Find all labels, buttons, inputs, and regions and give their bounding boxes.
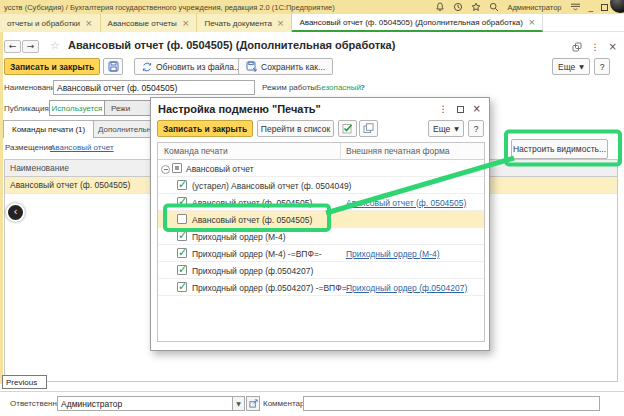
history-clock-icon[interactable] (453, 2, 463, 12)
save-button[interactable] (103, 58, 123, 75)
dialog-corner-icons: ⋮ × (439, 103, 481, 114)
uncheck-all-icon (363, 123, 374, 134)
tab-close-icon[interactable]: × (85, 18, 93, 28)
minimize-icon[interactable]: _ (589, 3, 594, 12)
dialog-row-7[interactable]: Приходный ордер (ф.0504207) -=ВПФ=-Прихо… (158, 279, 484, 296)
search-icon[interactable] (489, 2, 499, 12)
get-link-icon[interactable] (572, 42, 582, 52)
placement-link[interactable]: Авансовый отчет (50, 143, 114, 152)
dialog-save-close-button[interactable]: Записать и закрыть (157, 120, 253, 137)
help-button[interactable]: ? (594, 58, 610, 75)
dropdown-caret-icon: ▼ (454, 125, 459, 132)
notifications-bell-icon[interactable] (435, 2, 445, 12)
nav-forward-button[interactable]: → (22, 40, 39, 53)
window-corner-icons: ⋮ × (572, 41, 617, 52)
titlebar-controls: Администратор _ (435, 0, 608, 14)
row-checkbox[interactable] (172, 163, 182, 173)
dialog-row-5[interactable]: Приходный ордер (М-4) -=ВПФ=-Приходный о… (158, 245, 484, 262)
responsible-dropdown-button[interactable]: ▼ (233, 396, 245, 411)
dialog-row-6[interactable]: Приходный ордер (ф.0504207) (158, 262, 484, 279)
row-checkbox[interactable] (177, 248, 187, 258)
external-form-link[interactable]: Приходный ордер (ф.0504207) (346, 283, 467, 293)
row-checkbox[interactable] (177, 214, 187, 224)
row-checkbox[interactable] (177, 231, 187, 241)
print-command-label: Приходный ордер (ф.0504207) (192, 266, 313, 276)
dialog-more-icon[interactable]: ⋮ (439, 104, 448, 114)
current-user[interactable]: Администратор (507, 3, 561, 12)
dialog-row-2[interactable]: Авансовый отчет (ф. 0504505)Авансовый от… (158, 194, 484, 211)
app-tab-label: Авансовый отчет (ф. 0504505) (Дополнител… (299, 18, 523, 27)
app-tab-0[interactable]: отчеты и обработки× (0, 14, 101, 32)
dialog-help-button[interactable]: ? (468, 120, 484, 137)
print-command-label: Авансовый отчет (ф. 0504505) (192, 198, 312, 208)
sidebar-collapse-handle[interactable]: ‹ (6, 203, 25, 222)
responsible-input[interactable] (57, 396, 233, 411)
save-close-button[interactable]: Записать и закрыть (4, 58, 100, 75)
name-input[interactable] (53, 80, 255, 95)
uncheck-all-button[interactable] (359, 120, 378, 137)
window-close-icon[interactable]: × (609, 41, 617, 52)
update-from-file-button[interactable]: Обновить из файла... (134, 58, 249, 75)
tab-print-commands[interactable]: Команды печати (1) (3, 120, 94, 138)
comment-input[interactable] (303, 396, 600, 411)
dialog-more-label: Еще (433, 124, 450, 134)
collapse-group-icon[interactable] (161, 165, 170, 174)
dialog-maximize-icon[interactable] (457, 106, 464, 113)
print-command-label: (устарел) Авансовый отчет (ф. 0504049) (192, 181, 351, 191)
tab-close-icon[interactable]: × (277, 18, 285, 28)
dialog-more-button[interactable]: Еще ▼ (428, 120, 464, 137)
goto-list-button[interactable]: Перейти в список (257, 120, 334, 137)
check-all-button[interactable] (338, 120, 357, 137)
left-accent-strip (0, 32, 3, 384)
more-label: Еще (558, 62, 575, 72)
footer-divider (0, 391, 624, 392)
responsible-open-button[interactable] (246, 396, 260, 411)
app-tab-1[interactable]: Авансовые отчеты× (101, 14, 198, 32)
configure-visibility-button[interactable]: Настроить видимость... (511, 139, 608, 159)
row-checkbox[interactable] (177, 282, 187, 292)
favorite-star-icon[interactable]: ☆ (50, 39, 60, 52)
tab-close-icon[interactable]: × (182, 18, 190, 28)
row-checkbox[interactable] (177, 197, 187, 207)
print-command-label: Приходный ордер (ф.0504207) -=ВПФ=- (192, 283, 350, 293)
dialog-close-icon[interactable]: × (473, 103, 481, 114)
dialog-title: Настройка подменю "Печать" (158, 103, 321, 115)
open-link-icon (249, 399, 258, 408)
previous-tooltip: Previous (2, 375, 47, 389)
print-command-label: Приходный ордер (М-4) -=ВПФ=- (192, 249, 322, 259)
mode-label: Режим работы: (262, 83, 318, 92)
window-more-icon[interactable]: ⋮ (591, 42, 600, 52)
mode-help-link[interactable]: ? (360, 83, 365, 92)
nav-back-button[interactable]: ← (4, 40, 21, 53)
maximize-icon[interactable] (601, 4, 608, 11)
app-title: усств (Субсидия) / Бухгалтерия государст… (4, 3, 335, 12)
app-tab-3[interactable]: Авансовый отчет (ф. 0504505) (Дополнител… (292, 14, 543, 32)
external-form-link[interactable]: Приходный ордер (М-4) (346, 249, 440, 259)
print-submenu-dialog: Настройка подменю "Печать" ⋮ × Записать … (150, 97, 490, 351)
external-form-link[interactable]: Авансовый отчет (ф. 0504505) (346, 198, 466, 208)
dialog-row-4[interactable]: Приходный ордер (М-4) (158, 228, 484, 245)
more-button[interactable]: Еще ▼ (552, 58, 590, 75)
dialog-row-1[interactable]: (устарел) Авансовый отчет (ф. 0504049) (158, 177, 484, 194)
column-external-form: Внешняя печатная форма (346, 146, 450, 156)
publication-used-option[interactable]: Используется (49, 100, 105, 116)
app-tab-label: Авансовые отчеты (108, 19, 177, 28)
app-tab-2[interactable]: Печать документа× (197, 14, 292, 32)
favorites-star-icon[interactable] (471, 2, 481, 12)
service-menu-icon[interactable] (570, 2, 581, 12)
dialog-table-header: Команда печати Внешняя печатная форма (158, 143, 484, 160)
row-checkbox[interactable] (177, 265, 187, 275)
tab-close-icon[interactable]: × (528, 17, 536, 27)
column-separator (340, 143, 341, 160)
save-as-button[interactable]: Сохранить как... (238, 58, 333, 75)
dialog-row-3[interactable]: Авансовый отчет (ф. 0504505) (158, 211, 484, 228)
floppy-icon (108, 61, 119, 72)
row-checkbox[interactable] (177, 180, 187, 190)
app-tab-label: отчеты и обработки (7, 19, 80, 28)
tab-bar: отчеты и обработки×Авансовые отчеты×Печа… (0, 14, 624, 32)
mode-value: Безопасный (316, 83, 361, 92)
publication-label: Публикация: (4, 104, 51, 113)
update-from-file-label: Обновить из файла... (156, 62, 241, 72)
placement-label: Размещение: (5, 143, 55, 152)
dialog-row-0[interactable]: Авансовый отчет (158, 160, 484, 177)
